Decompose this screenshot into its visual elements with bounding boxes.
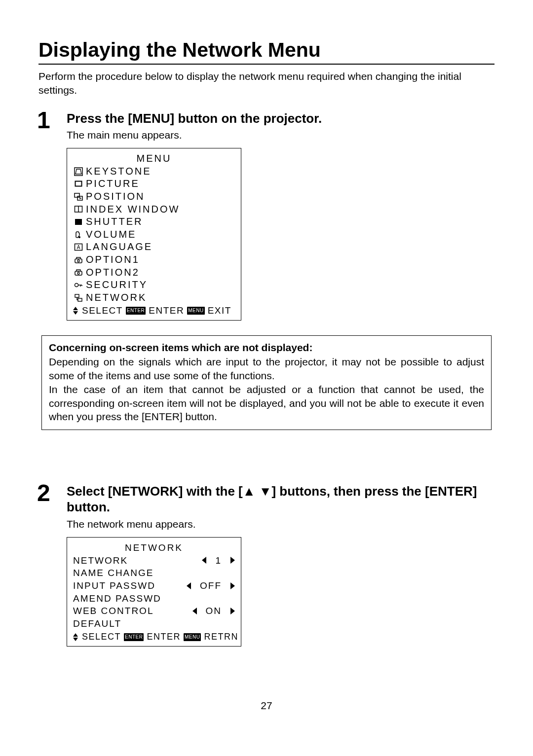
step-2-desc: The network menu appears.: [67, 518, 495, 530]
row-label: NETWORK: [73, 554, 202, 567]
row-label: WEB CONTROL: [73, 605, 192, 617]
step-2: 2 Select [NETWORK] with the [▲ ▼] button…: [37, 479, 495, 661]
network-row-amend-passwd: AMEND PASSWD: [73, 592, 235, 605]
updown-arrows-icon: [73, 307, 78, 315]
step-2-title: Select [NETWORK] with the [▲ ▼] buttons,…: [67, 483, 495, 515]
network-row-web-control: WEB CONTROL ON: [73, 605, 235, 617]
menu-item-label: KEYSTONE: [86, 165, 152, 178]
menu-item-position: POSITION: [73, 190, 235, 203]
network-row-input-passwd: INPUT PASSWD OFF: [73, 579, 235, 592]
menu-tag-icon: MENU: [187, 307, 204, 315]
menu-item-label: LANGUAGE: [86, 241, 152, 253]
menu-item-label: SECURITY: [86, 279, 148, 291]
row-value: ON: [206, 605, 222, 617]
menu-item-volume: VOLUME: [73, 228, 235, 241]
note-paragraph-2: In the case of an item that cannot be ad…: [49, 383, 484, 424]
menu-item-network: NETWORK: [73, 291, 235, 304]
updown-arrows-icon: [73, 633, 78, 641]
osd-foot: SELECT ENTER ENTER MENU EXIT: [73, 305, 235, 317]
foot-retrn: RETRN: [204, 631, 238, 643]
svg-rect-3: [76, 182, 81, 186]
menu-item-language: A LANGUAGE: [73, 241, 235, 253]
network-row-default: DEFAULT: [73, 617, 235, 630]
svg-rect-23: [78, 298, 82, 301]
row-label: INPUT PASSWD: [73, 579, 187, 592]
svg-rect-16: [75, 271, 82, 275]
foot-enter: ENTER: [149, 305, 184, 317]
menu-item-keystone: KEYSTONE: [73, 165, 235, 178]
svg-point-15: [77, 260, 79, 262]
menu-item-picture: PICTURE: [73, 178, 235, 190]
page-number: 27: [38, 700, 495, 712]
svg-point-17: [77, 272, 79, 274]
enter-tag-icon: ENTER: [124, 633, 144, 641]
menu-item-label: OPTION1: [86, 253, 140, 266]
svg-rect-10: [75, 219, 82, 225]
svg-rect-22: [75, 294, 79, 297]
network-row-network: NETWORK 1: [73, 554, 235, 567]
right-arrow-icon: [230, 557, 235, 564]
svg-point-18: [75, 283, 78, 287]
option-icon: [73, 255, 84, 264]
language-icon: A: [73, 243, 84, 252]
position-icon: [73, 192, 84, 201]
picture-icon: [73, 180, 84, 188]
foot-enter: ENTER: [147, 631, 181, 643]
foot-select: SELECT: [82, 305, 123, 317]
step-1-desc: The main menu appears.: [67, 129, 495, 141]
network-menu-osd: NETWORK NETWORK 1 NAME CHANGE INPUT: [67, 537, 241, 647]
network-row-name-change: NAME CHANGE: [73, 567, 235, 579]
foot-exit: EXIT: [208, 305, 231, 317]
svg-text:A: A: [77, 245, 80, 250]
menu-tag-icon: MENU: [184, 633, 201, 641]
menu-item-label: VOLUME: [86, 228, 136, 241]
osd-title: MENU: [73, 152, 235, 165]
security-icon: [73, 281, 84, 289]
menu-item-label: POSITION: [86, 190, 145, 203]
menu-item-option1: OPTION1: [73, 253, 235, 266]
step-number: 1: [37, 108, 67, 132]
volume-icon: [73, 230, 84, 239]
option-icon: [73, 268, 84, 277]
svg-point-11: [78, 236, 80, 238]
row-label: AMEND PASSWD: [73, 592, 235, 605]
row-label: NAME CHANGE: [73, 567, 235, 579]
menu-item-security: SECURITY: [73, 279, 235, 291]
left-arrow-icon: [187, 582, 191, 589]
title-rule: [38, 64, 495, 65]
svg-marker-1: [76, 169, 81, 174]
note-box: Concerning on-screen items which are not…: [41, 335, 492, 430]
step-1-title: Press the [MENU] button on the projector…: [67, 110, 495, 127]
page-title: Displaying the Network Menu: [38, 38, 495, 62]
note-title: Concerning on-screen items which are not…: [49, 341, 484, 355]
intro-text: Perform the procedure below to display t…: [38, 70, 495, 98]
right-arrow-icon: [230, 608, 235, 614]
menu-item-label: NETWORK: [86, 291, 147, 304]
step-1: 1 Press the [MENU] button on the project…: [37, 107, 495, 335]
menu-item-label: PICTURE: [86, 178, 140, 190]
index-window-icon: [73, 205, 84, 214]
menu-item-label: SHUTTER: [86, 216, 143, 228]
left-arrow-icon: [192, 608, 197, 614]
menu-item-label: INDEX WINDOW: [86, 203, 180, 216]
left-arrow-icon: [202, 557, 206, 564]
enter-tag-icon: ENTER: [126, 307, 146, 315]
note-paragraph-1: Depending on the signals which are input…: [49, 355, 484, 382]
svg-rect-4: [75, 193, 79, 197]
foot-select: SELECT: [82, 631, 121, 643]
keystone-icon: [73, 167, 84, 176]
row-value: 1: [215, 554, 222, 567]
menu-item-shutter: SHUTTER: [73, 216, 235, 228]
step-number: 2: [37, 481, 67, 505]
main-menu-osd: MENU KEYSTONE PICTURE: [67, 148, 241, 320]
row-label: DEFAULT: [73, 617, 235, 630]
shutter-icon: [73, 217, 84, 226]
network-icon: [73, 293, 84, 302]
osd-title: NETWORK: [73, 541, 235, 554]
osd-foot: SELECT ENTER ENTER MENU RETRN: [73, 631, 235, 643]
menu-item-option2: OPTION2: [73, 266, 235, 279]
menu-item-index-window: INDEX WINDOW: [73, 203, 235, 216]
menu-item-label: OPTION2: [86, 266, 140, 279]
row-value: OFF: [200, 579, 222, 592]
right-arrow-icon: [230, 582, 235, 589]
